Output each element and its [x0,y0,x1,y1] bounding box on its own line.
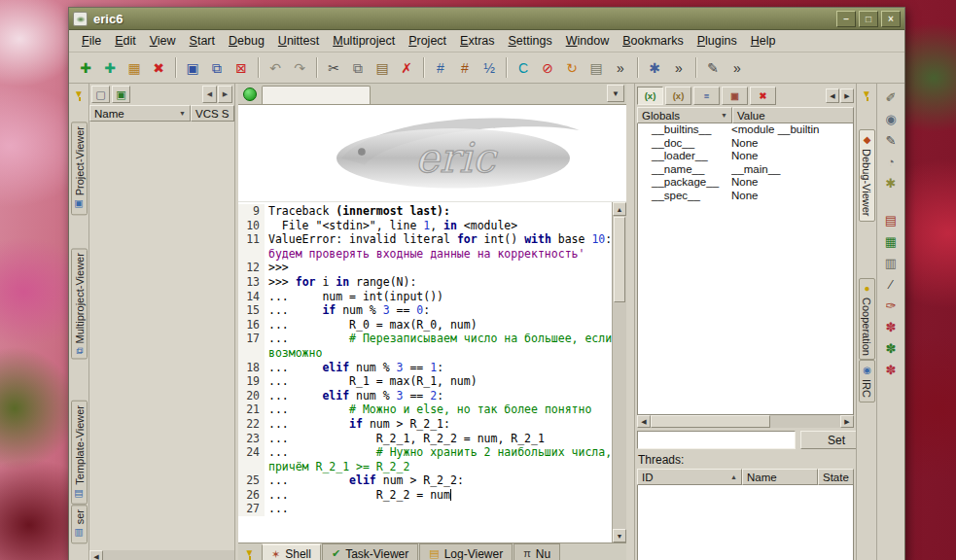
globals-row[interactable]: __loader__None [638,150,853,163]
scrollbar-trough[interactable] [613,303,626,529]
menu-multiproject[interactable]: Multiproject [326,31,402,51]
scroll-left-button[interactable]: ◀ [89,550,103,560]
uncomment-button[interactable]: # [453,56,477,80]
column-header-vcs-status[interactable]: VCS S [191,105,234,122]
annotate-button[interactable]: ✎ [880,130,902,150]
delete-button[interactable]: ✗ [395,56,418,80]
editor-tab[interactable] [262,86,371,104]
globals-hscrollbar[interactable]: ◀ ▶ [637,415,854,428]
stop-button[interactable]: ⊘ [536,56,559,80]
scroll-right-button[interactable]: ▶ [218,86,232,103]
undo-button[interactable]: ↶ [264,56,287,80]
sidebar-tab-multiproject-viewer[interactable]: ⧉Multiproject-Viewer [71,248,88,359]
minimize-button[interactable]: – [836,11,856,27]
menu-view[interactable]: View [143,31,183,51]
shell-code[interactable]: 9Traceback (innermost last):10 File "<st… [238,202,612,542]
continue-button[interactable]: C [512,56,535,80]
scroll-down-button[interactable]: ▼ [613,529,626,542]
titlebar[interactable]: eric6 – □ × [69,8,904,30]
tab-list-button[interactable]: ▼ [607,85,624,102]
new-window-button[interactable]: ✚ [98,56,122,80]
cut-button[interactable]: ✂ [322,56,345,80]
tab-shell[interactable]: ✶Shell [262,543,321,560]
scrollbar-trough[interactable] [770,415,840,428]
column-header-state[interactable]: State [818,469,854,485]
red-book-button[interactable]: ▤ [880,210,902,229]
redo-button[interactable]: ↷ [288,56,311,80]
column-header-value[interactable]: Value [732,107,854,123]
forms-button[interactable]: ▣ [112,86,130,103]
scrollbar-thumb[interactable] [651,415,770,428]
scroll-right-button[interactable]: ▶ [840,88,854,103]
profile-button[interactable]: ✱ [643,56,666,80]
sidebar-tab-debug-viewer[interactable]: ◆Debug-Viewer [859,129,875,222]
new-button[interactable]: ✚ [74,56,97,80]
scrollbar-thumb[interactable] [614,217,625,302]
menu-start[interactable]: Start [183,31,222,51]
drawer-button[interactable]: ▥ [880,253,902,272]
run-script-button[interactable]: ▤ [584,56,608,80]
close-button[interactable]: × [881,11,901,27]
tab-log-viewer[interactable]: ▤Log-Viewer [419,543,513,560]
close-all-button[interactable]: ⊠ [230,56,253,80]
green-flower-button[interactable]: ✽ [880,338,902,358]
red-pen-button[interactable]: ✑ [880,296,902,315]
column-header-globals[interactable]: Globals▼ [637,107,732,123]
column-header-name[interactable]: Name▼ [89,105,191,122]
paste-button[interactable]: ▤ [371,56,394,80]
save-button[interactable]: ▣ [181,56,204,80]
print-button[interactable]: ▦ [123,56,146,80]
right-filter-button[interactable]: ▼ [859,87,875,102]
shell-filter-button[interactable]: ▼ [241,545,258,560]
menu-extras[interactable]: Extras [453,31,501,51]
close-button[interactable]: ✖ [147,56,170,80]
project-tree[interactable] [89,122,234,550]
threads-table-body[interactable] [637,485,854,560]
menu-edit[interactable]: Edit [108,31,143,51]
comment-button[interactable]: # [429,56,452,80]
copy-button[interactable]: ⧉ [346,56,370,80]
column-header-id[interactable]: ID▲ [637,469,742,485]
globals-row[interactable]: __doc__None [638,137,853,151]
tab-task-viewer[interactable]: ✔Task-Viewer [322,543,418,560]
scrollbar-trough[interactable] [103,550,234,560]
maximize-button[interactable]: □ [859,11,878,27]
sidebar-tab-template-viewer[interactable]: ▤Template-Viewer [71,401,88,505]
sidebar-tab-irc[interactable]: ◉IRC [859,360,875,402]
red-flower-2-button[interactable]: ✽ [880,360,902,379]
project-viewer-hscrollbar[interactable]: ◀ [89,550,234,560]
local-variables-tab[interactable]: (x) [665,87,691,105]
menu-plugins[interactable]: Plugins [690,31,744,51]
globals-row[interactable]: __package__None [638,176,853,190]
sidebar-tab-cooperation[interactable]: ●Cooperation [859,278,875,361]
menu-help[interactable]: Help [744,31,783,51]
globals-row[interactable]: __spec__None [638,190,853,203]
left-filter-button[interactable]: ▼ [71,87,88,102]
globals-row[interactable]: __name____main__ [638,163,853,177]
sidebar-tab-ser[interactable]: ▥ser [71,505,88,543]
menu-bookmarks[interactable]: Bookmarks [616,31,690,51]
call-stack-tab[interactable]: ≡ [693,87,720,105]
menu-unittest[interactable]: Unittest [271,31,326,51]
scroll-left-button[interactable]: ◀ [637,415,651,428]
shell-vscrollbar[interactable]: ▲ ▼ [612,202,626,542]
spelling-button[interactable]: ✎ [701,56,725,80]
restart-button[interactable]: ↻ [560,56,584,80]
goto-line-button[interactable]: ½ [478,56,501,80]
scroll-right-button[interactable]: ▶ [840,415,854,428]
red-flower-button[interactable]: ✽ [880,317,902,336]
menu-window[interactable]: Window [559,31,616,51]
history-button[interactable]: ◔ [880,152,902,171]
green-tree-button[interactable]: ▦ [880,231,902,251]
pen-tool-button[interactable]: ✐ [880,88,902,107]
zoom-button[interactable]: ◉ [880,109,902,128]
debug-overflow-button[interactable]: » [609,56,632,80]
slash-button[interactable]: ∕ [880,274,902,294]
column-header-thread-name[interactable]: Name [742,469,818,485]
scroll-up-button[interactable]: ▲ [613,202,626,216]
tools-overflow-button[interactable]: » [726,56,749,80]
scroll-left-button[interactable]: ◀ [826,88,839,103]
exceptions-tab[interactable]: ✖ [750,87,776,105]
splitter-handle[interactable] [626,84,634,560]
menu-settings[interactable]: Settings [502,31,559,51]
